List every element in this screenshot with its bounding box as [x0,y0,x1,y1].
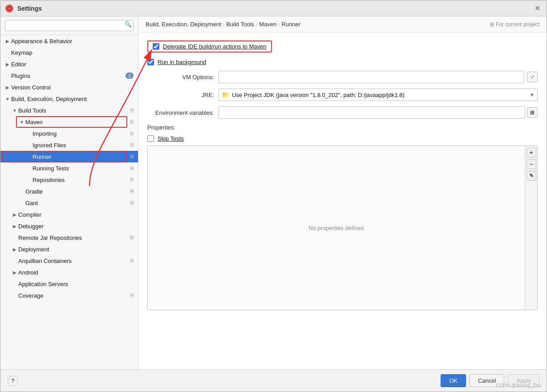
sidebar-item-android[interactable]: ▶ Android [0,267,138,278]
copy-icon: ⎘ [130,107,134,113]
expand-icon: ▼ [18,118,25,125]
sidebar-item-runner[interactable]: ▶ Runner ⎘ [0,151,138,162]
sidebar-item-gradle[interactable]: ▶ Gradle ⎘ [0,186,138,197]
delegate-row: Delegate IDE build/run actions to Maven [147,40,538,53]
search-input[interactable] [5,20,134,31]
sidebar-item-ignored-files[interactable]: ▶ Ignored Files ⎘ [0,139,138,151]
copy-icon: ⎘ [130,177,134,183]
sidebar-item-label: Application Servers [18,281,134,287]
env-vars-input[interactable] [219,106,525,119]
background-checkbox[interactable] [147,59,154,65]
dialog-title: Settings [17,5,42,12]
sidebar-item-repositories[interactable]: ▶ Repositories ⎘ [0,174,138,186]
ok-button[interactable]: OK [441,374,466,387]
sidebar-item-label: Ignored Files [32,142,130,149]
breadcrumb-sep-3: › [278,22,280,27]
breadcrumb-build: Build, Execution, Deployment [146,21,221,28]
expand-icon: ▶ [11,222,18,230]
delegate-label[interactable]: Delegate IDE build/run actions to Maven [163,43,267,50]
project-icon: ⊞ [490,21,494,28]
expand-icon: ▼ [4,95,11,102]
sidebar-item-appearance[interactable]: ▶ Appearance & Behavior [0,35,138,47]
vm-options-row: VM Options: ⤢ [147,71,538,83]
sidebar-item-label: Debugger [18,223,134,230]
sidebar-item-label: Repositories [32,177,130,183]
sidebar-item-version-control[interactable]: ▶ Version Control [0,81,138,93]
sidebar-item-label: Android [18,269,134,276]
sidebar-item-app-servers[interactable]: ▶ Application Servers [0,278,138,290]
close-button[interactable]: ✕ [532,4,542,13]
sidebar-item-label: Gant [25,200,130,206]
main-content: Build, Execution, Deployment › Build Too… [138,16,547,369]
env-vars-label: Environment variables: [147,109,219,116]
for-project[interactable]: ⊞ For current project [490,21,539,28]
sidebar-item-maven[interactable]: ▼ Maven ⎘ [0,116,138,128]
vm-expand-button[interactable]: ⤢ [527,72,538,82]
title-bar: Settings ✕ [0,0,547,16]
sidebar-item-label: Build Tools [18,107,130,114]
jre-value: Use Project JDK (java version "1.8.0_202… [232,92,405,98]
sidebar-item-running-tests[interactable]: ▶ Running Tests ⎘ [0,162,138,174]
breadcrumb-maven: Maven [259,21,276,28]
footer-left: ? [8,376,18,386]
sidebar-item-importing[interactable]: ▶ Importing ⎘ [0,128,138,139]
sidebar-item-label: Build, Execution, Deployment [11,96,134,102]
expand-icon: ▶ [11,246,18,253]
sidebar-item-label: Runner [32,154,130,160]
copy-icon: ⎘ [130,130,134,137]
copy-icon: ⎘ [130,292,134,299]
breadcrumb: Build, Execution, Deployment › Build Too… [138,16,547,32]
sidebar-item-label: Deployment [18,246,134,253]
copy-icon: ⎘ [130,142,134,148]
env-vars-button[interactable]: ⊞ [527,107,538,118]
sidebar-item-label: Version Control [11,84,134,91]
sidebar-item-coverage[interactable]: ▶ Coverage ⎘ [0,290,138,301]
jre-dropdown[interactable]: 📁 Use Project JDK (java version "1.8.0_2… [219,89,538,101]
expand-icon: ▼ [11,107,18,114]
delegate-label-text: Delegate IDE build/run actions to Maven [163,43,267,50]
background-label[interactable]: Run in background [158,59,206,65]
skip-tests-checkbox[interactable] [147,135,154,142]
sidebar-item-label: Appearance & Behavior [11,38,134,44]
settings-panel: Delegate IDE build/run actions to Maven … [138,32,547,369]
dropdown-arrow-icon: ▼ [530,92,535,97]
sidebar-item-build-tools[interactable]: ▼ Build Tools ⎘ [0,105,138,116]
sidebar-item-label: Keymap [11,49,134,56]
copy-icon: ⎘ [130,165,134,171]
skip-tests-row: Skip Tests [147,134,538,143]
skip-tests-label-text: Skip Tests [158,135,184,142]
delegate-checkbox[interactable] [153,43,159,50]
sidebar-item-debugger[interactable]: ▶ Debugger [0,220,138,232]
jre-label: JRE: [147,92,219,98]
sidebar-item-plugins[interactable]: ▶ Plugins 1 [0,70,138,81]
apply-button[interactable]: Apply [508,374,539,387]
breadcrumb-runner: Runner [282,21,301,28]
expand-icon: ▶ [4,84,11,91]
sidebar-tree: ▶ Appearance & Behavior ▶ Keymap ▶ Edito… [0,35,138,369]
sidebar-item-label: Maven [25,119,130,125]
skip-tests-label[interactable]: Skip Tests [158,135,184,142]
properties-toolbar: + − ✎ [525,146,537,310]
remove-property-button[interactable]: − [527,159,536,169]
cancel-button[interactable]: Cancel [470,374,504,387]
sidebar-item-label: Running Tests [32,165,130,172]
sidebar-item-deployment[interactable]: ▶ Deployment [0,243,138,255]
copy-icon: ⎘ [130,188,134,194]
sidebar-item-keymap[interactable]: ▶ Keymap [0,47,138,58]
sidebar-item-label: Importing [32,130,130,137]
sidebar-item-gant[interactable]: ▶ Gant ⎘ [0,197,138,209]
sidebar-item-arquillian[interactable]: ▶ Arquillian Containers ⎘ [0,255,138,267]
sidebar-item-label: Compiler [18,211,134,218]
edit-property-button[interactable]: ✎ [527,171,536,181]
sidebar-item-compiler[interactable]: ▶ Compiler [0,209,138,220]
search-icon: 🔍 [125,21,132,28]
sidebar-item-build-exec[interactable]: ▼ Build, Execution, Deployment [0,93,138,105]
sidebar-item-remote-jar[interactable]: ▶ Remote Jar Repositories ⎘ [0,232,138,243]
sidebar-item-label: Remote Jar Repositories [18,234,130,241]
help-button[interactable]: ? [8,376,18,386]
breadcrumb-build-tools: Build Tools [226,21,254,28]
add-property-button[interactable]: + [527,148,536,158]
sidebar-item-editor[interactable]: ▶ Editor [0,58,138,70]
vm-options-input[interactable] [219,71,524,83]
properties-section: Properties: Skip Tests No properties def… [147,124,538,310]
